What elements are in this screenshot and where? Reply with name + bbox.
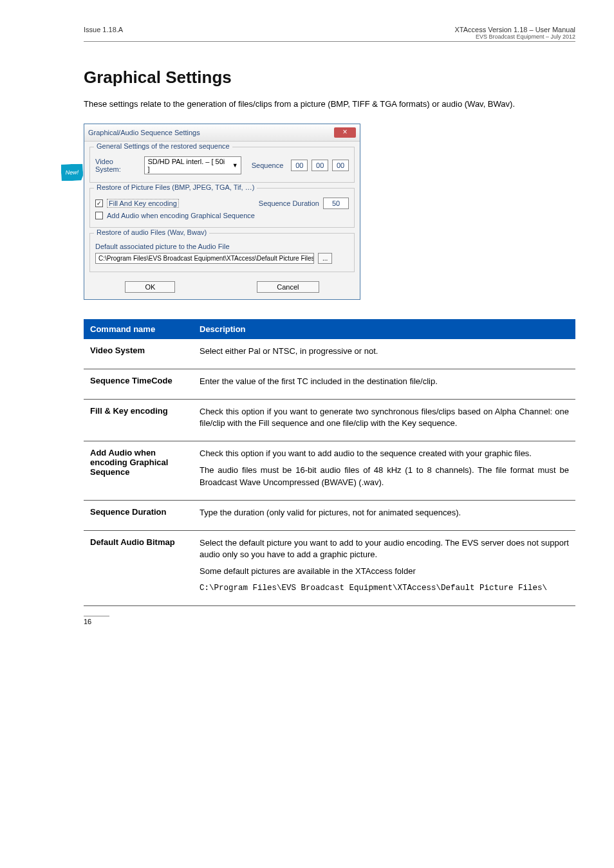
command-description: Select the default picture you want to a… — [193, 531, 575, 606]
video-system-select[interactable]: SD/HD PAL interl. – [ 50i ] ▼ — [144, 156, 241, 174]
command-description: Type the duration (only valid for pictur… — [193, 500, 575, 530]
th-command: Command name — [84, 319, 193, 339]
command-description: Enter the value of the first TC included… — [193, 369, 575, 399]
sequence-label: Sequence — [252, 162, 284, 169]
add-audio-label: Add Audio when encoding Graphical Sequen… — [107, 212, 255, 219]
tc-minutes[interactable]: 00 — [312, 160, 328, 171]
intro-text: These settings relate to the generation … — [84, 98, 575, 111]
section-title: Graphical Settings — [84, 68, 575, 88]
command-name: Default Audio Bitmap — [84, 531, 193, 606]
th-description: Description — [193, 319, 575, 339]
header-right-title: XTAccess Version 1.18 – User Manual — [455, 26, 576, 33]
group-picture-legend: Restore of Picture Files (BMP, JPEG, TGA… — [94, 183, 257, 191]
sequence-duration-label: Sequence Duration — [259, 199, 319, 207]
command-description: Select either Pal or NTSC, in progressiv… — [193, 339, 575, 369]
settings-dialog: Graphical/Audio Sequence Settings × Gene… — [84, 124, 360, 300]
command-description: Check this option if you want to generat… — [193, 399, 575, 441]
command-name: Add Audio when encoding Graphical Sequen… — [84, 441, 193, 501]
table-row: Add Audio when encoding Graphical Sequen… — [84, 441, 575, 501]
group-picture: Restore of Picture Files (BMP, JPEG, TGA… — [89, 188, 355, 228]
tc-hours[interactable]: 00 — [291, 160, 308, 171]
page-number: 16 — [84, 616, 109, 625]
close-icon[interactable]: × — [334, 127, 356, 138]
dialog-titlebar: Graphical/Audio Sequence Settings × — [84, 124, 360, 142]
command-table: Command name Description Video SystemSel… — [84, 319, 575, 607]
header-right-sub: EVS Broadcast Equipment – July 2012 — [455, 33, 576, 40]
group-audio-legend: Restore of audio Files (Wav, Bwav) — [94, 228, 209, 236]
table-row: Sequence TimeCodeEnter the value of the … — [84, 369, 575, 399]
chevron-down-icon: ▼ — [232, 162, 238, 169]
table-row: Default Audio BitmapSelect the default p… — [84, 531, 575, 606]
cancel-button[interactable]: Cancel — [257, 281, 319, 293]
table-row: Sequence DurationType the duration (only… — [84, 500, 575, 530]
command-name: Fill & Key encoding — [84, 399, 193, 441]
add-audio-checkbox[interactable] — [95, 212, 103, 219]
table-row: Fill & Key encodingCheck this option if … — [84, 399, 575, 441]
default-picture-path[interactable]: C:\Program Files\EVS Broadcast Equipment… — [95, 253, 314, 264]
dialog-title: Graphical/Audio Sequence Settings — [88, 129, 200, 136]
sequence-duration-input[interactable]: 50 — [323, 198, 349, 209]
group-audio: Restore of audio Files (Wav, Bwav) Defau… — [89, 233, 355, 272]
fill-key-label: Fill And Key encoding — [107, 199, 179, 208]
default-picture-sublabel: Default associated picture to the Audio … — [95, 243, 230, 250]
video-system-value: SD/HD PAL interl. – [ 50i ] — [147, 158, 228, 173]
command-description: Check this option if you want to add aud… — [193, 441, 575, 501]
header-left: Issue 1.18.A — [84, 26, 123, 40]
ok-button[interactable]: OK — [125, 281, 175, 293]
command-name: Video System — [84, 339, 193, 369]
video-system-label: Video System: — [95, 158, 140, 173]
new-badge: New! — [61, 163, 84, 181]
tc-seconds[interactable]: 00 — [332, 160, 349, 171]
page-header: Issue 1.18.A XTAccess Version 1.18 – Use… — [84, 26, 575, 42]
group-general: General Settings of the restored sequenc… — [89, 147, 355, 183]
table-row: Video SystemSelect either Pal or NTSC, i… — [84, 339, 575, 369]
command-name: Sequence TimeCode — [84, 369, 193, 399]
group-general-legend: General Settings of the restored sequenc… — [94, 142, 232, 150]
command-name: Sequence Duration — [84, 500, 193, 530]
fill-key-checkbox[interactable]: ✓ — [95, 199, 103, 207]
browse-button[interactable]: ... — [318, 253, 332, 264]
